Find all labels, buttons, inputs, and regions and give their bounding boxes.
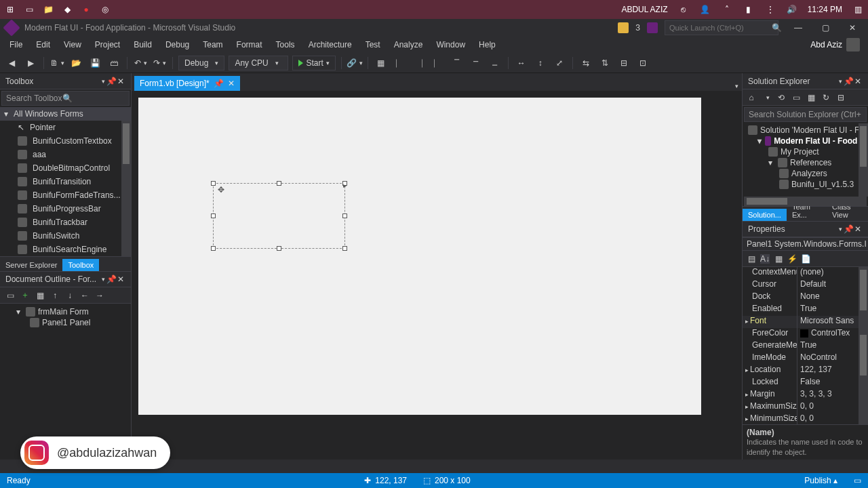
- resize-handle[interactable]: [342, 246, 347, 251]
- pin-icon[interactable]: 📌: [106, 274, 116, 284]
- toolbox-item[interactable]: BunifuTransition: [0, 175, 131, 188]
- nav-fwd-button[interactable]: ▶: [23, 56, 38, 70]
- toolbox-item[interactable]: BunifuSearchEngine: [0, 243, 131, 256]
- file-explorer-icon[interactable]: 📁: [42, 3, 54, 16]
- menu-edit[interactable]: Edit: [29, 38, 57, 52]
- nav-back-button[interactable]: ◀: [4, 56, 19, 70]
- resize-handle[interactable]: [277, 246, 281, 251]
- property-row[interactable]: FontMicrosoft Sans: [743, 316, 868, 328]
- hspacing-button[interactable]: ⇆: [578, 56, 593, 70]
- menu-debug[interactable]: Debug: [159, 38, 196, 52]
- pin-icon[interactable]: 📌: [214, 79, 224, 88]
- browser-link-button[interactable]: 🔗: [347, 56, 362, 70]
- notification-icon[interactable]: ⎋: [677, 3, 690, 16]
- menu-test[interactable]: Test: [359, 38, 387, 52]
- search-icon[interactable]: 🔍: [772, 23, 781, 33]
- menu-window[interactable]: Window: [429, 38, 472, 52]
- outline-add-icon[interactable]: ＋: [20, 291, 30, 300]
- source-control-icon[interactable]: ▭: [854, 476, 861, 485]
- property-value[interactable]: ControlTex: [797, 328, 868, 340]
- toolbox-item[interactable]: BunifuTrackbar: [0, 216, 131, 229]
- center-h-button[interactable]: ⊟: [616, 56, 631, 70]
- se-sync-icon[interactable]: ⟲: [776, 93, 786, 102]
- new-project-button[interactable]: 🗎: [50, 56, 64, 70]
- task-view-icon[interactable]: ▭: [23, 3, 35, 16]
- menu-architecture[interactable]: Architecture: [302, 38, 359, 52]
- toolbox-item[interactable]: ↖Pointer: [0, 121, 131, 134]
- property-value[interactable]: 122, 137: [797, 365, 868, 377]
- props-options-icon[interactable]: [834, 224, 844, 234]
- start-debug-button[interactable]: Start▾: [292, 56, 335, 70]
- menu-help[interactable]: Help: [472, 38, 502, 52]
- record-icon[interactable]: ●: [80, 3, 92, 16]
- toolbox-item[interactable]: DoubleBitmapControl: [0, 161, 131, 175]
- resize-handle[interactable]: [342, 214, 347, 218]
- props-props-icon[interactable]: ▦: [774, 254, 783, 264]
- toolbox-options-icon[interactable]: [97, 77, 106, 86]
- resize-handle[interactable]: [211, 246, 216, 251]
- property-value[interactable]: 0, 0: [797, 401, 868, 413]
- menu-analyze[interactable]: Analyze: [387, 38, 430, 52]
- align-grid-button[interactable]: ▦: [374, 56, 389, 70]
- signed-in-user[interactable]: Abd Aziz: [805, 38, 865, 52]
- solution-explorer-search-input[interactable]: Search Solution Explorer (Ctrl+: [744, 107, 867, 122]
- property-value[interactable]: 0, 0: [797, 413, 868, 424]
- selected-panel[interactable]: ✥ ▸: [213, 183, 345, 249]
- property-row[interactable]: DockNone: [743, 291, 868, 304]
- toolbox-group-header[interactable]: ▾All Windows Forms: [0, 107, 131, 121]
- close-button[interactable]: ✕: [842, 20, 863, 35]
- size-width-button[interactable]: ↔: [514, 56, 529, 70]
- resize-handle[interactable]: [277, 181, 281, 186]
- minimize-button[interactable]: —: [788, 20, 808, 35]
- menu-file[interactable]: File: [3, 38, 29, 52]
- doctabs-overflow-icon[interactable]: [728, 81, 742, 91]
- close-icon[interactable]: ✕: [116, 77, 125, 86]
- close-icon[interactable]: ✕: [116, 274, 125, 284]
- feedback-icon[interactable]: [647, 22, 658, 33]
- se-node-solution[interactable]: Solution 'Modern Flat UI - F: [745, 125, 865, 136]
- props-pages-icon[interactable]: 📄: [801, 254, 810, 264]
- vspacing-button[interactable]: ⇅: [597, 56, 612, 70]
- property-value[interactable]: False: [797, 377, 868, 389]
- chevron-up-icon[interactable]: ˄: [721, 3, 733, 16]
- property-row[interactable]: EnabledTrue: [743, 304, 868, 316]
- quick-launch-input[interactable]: [665, 20, 778, 35]
- align-left-button[interactable]: ⎸: [393, 56, 408, 70]
- property-row[interactable]: Margin3, 3, 3, 3: [743, 389, 868, 401]
- align-top-button[interactable]: ⎺: [450, 56, 465, 70]
- se-showall-icon[interactable]: ▦: [806, 93, 816, 102]
- pin-icon[interactable]: 📌: [844, 77, 853, 86]
- battery-icon[interactable]: ▮: [743, 3, 755, 16]
- tab-toolbox[interactable]: Toolbox: [62, 259, 99, 271]
- property-row[interactable]: GenerateMemTrue: [743, 340, 868, 352]
- obs-icon[interactable]: ◎: [99, 3, 111, 16]
- notification-flag-icon[interactable]: [618, 22, 629, 33]
- save-all-button[interactable]: 🗃: [106, 56, 121, 70]
- resize-handle[interactable]: [211, 214, 216, 218]
- menu-tools[interactable]: Tools: [269, 38, 302, 52]
- properties-grid[interactable]: ContextMenu(none)CursorDefaultDockNoneEn…: [743, 267, 868, 424]
- menu-build[interactable]: Build: [127, 38, 159, 52]
- property-value[interactable]: (none): [797, 267, 868, 279]
- vs-taskbar-icon[interactable]: ◆: [61, 3, 73, 16]
- toolbox-item[interactable]: BunifuSwitch: [0, 229, 131, 243]
- solution-config-select[interactable]: Debug: [178, 56, 224, 70]
- size-both-button[interactable]: ⤢: [552, 56, 567, 70]
- toolbox-item[interactable]: BunifuCustomTextbox: [0, 134, 131, 148]
- volume-icon[interactable]: 🔊: [786, 3, 798, 16]
- props-categorized-icon[interactable]: ▤: [747, 254, 756, 264]
- solution-platform-select[interactable]: Any CPU: [229, 56, 288, 70]
- property-row[interactable]: MaximumSize0, 0: [743, 401, 868, 413]
- property-row[interactable]: ImeModeNoControl: [743, 352, 868, 365]
- props-alpha-icon[interactable]: A↓: [760, 254, 770, 264]
- menu-project[interactable]: Project: [88, 38, 127, 52]
- toolbox-item[interactable]: BunifuFormFadeTrans...: [0, 188, 131, 202]
- close-tab-icon[interactable]: ✕: [228, 79, 235, 88]
- pin-icon[interactable]: 📌: [106, 77, 116, 86]
- outline-right-icon[interactable]: →: [95, 291, 104, 300]
- property-row[interactable]: Location122, 137: [743, 365, 868, 377]
- people-icon[interactable]: 👤: [699, 3, 711, 16]
- se-collapse-icon[interactable]: ⊟: [836, 93, 846, 102]
- toolbox-search-input[interactable]: Search Toolbox 🔍: [1, 91, 130, 106]
- se-scrollbar[interactable]: [859, 123, 868, 197]
